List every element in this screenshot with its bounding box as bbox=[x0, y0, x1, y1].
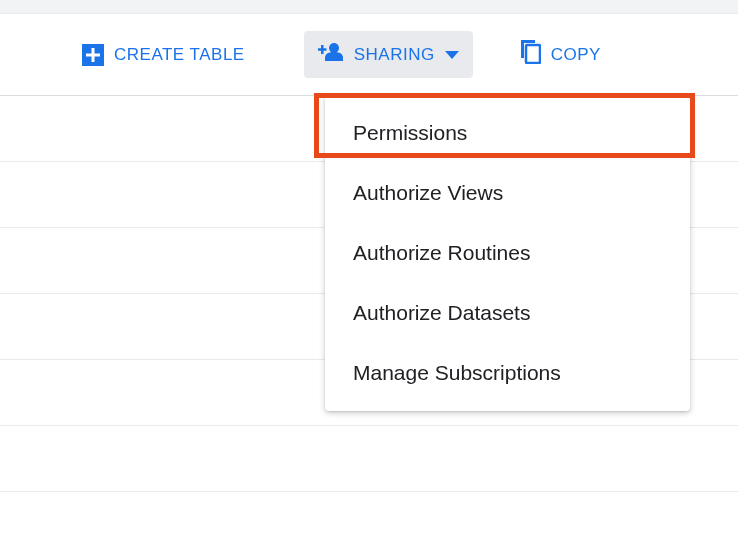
content-area: Permissions Authorize Views Authorize Ro… bbox=[0, 95, 738, 557]
menu-item-authorize-routines[interactable]: Authorize Routines bbox=[325, 223, 690, 283]
sharing-label: SHARING bbox=[354, 45, 435, 65]
copy-label: COPY bbox=[551, 45, 601, 65]
menu-item-permissions[interactable]: Permissions bbox=[325, 103, 690, 163]
plus-icon bbox=[82, 44, 104, 66]
table-row bbox=[0, 425, 738, 491]
sharing-button[interactable]: SHARING bbox=[304, 31, 473, 78]
svg-rect-4 bbox=[318, 48, 327, 51]
svg-rect-5 bbox=[526, 45, 540, 63]
create-table-label: CREATE TABLE bbox=[114, 45, 245, 65]
menu-item-authorize-datasets[interactable]: Authorize Datasets bbox=[325, 283, 690, 343]
chevron-down-icon bbox=[445, 51, 459, 59]
copy-icon bbox=[519, 40, 541, 69]
svg-point-2 bbox=[329, 43, 339, 53]
menu-item-manage-subscriptions[interactable]: Manage Subscriptions bbox=[325, 343, 690, 403]
menu-item-authorize-views[interactable]: Authorize Views bbox=[325, 163, 690, 223]
copy-button[interactable]: COPY bbox=[505, 30, 615, 79]
person-add-icon bbox=[318, 41, 344, 68]
svg-rect-1 bbox=[86, 53, 100, 56]
table-row bbox=[0, 491, 738, 557]
toolbar: CREATE TABLE SHARING COPY bbox=[0, 14, 738, 95]
sharing-dropdown-menu: Permissions Authorize Views Authorize Ro… bbox=[325, 95, 690, 411]
top-bar bbox=[0, 0, 738, 14]
create-table-button[interactable]: CREATE TABLE bbox=[68, 34, 259, 76]
